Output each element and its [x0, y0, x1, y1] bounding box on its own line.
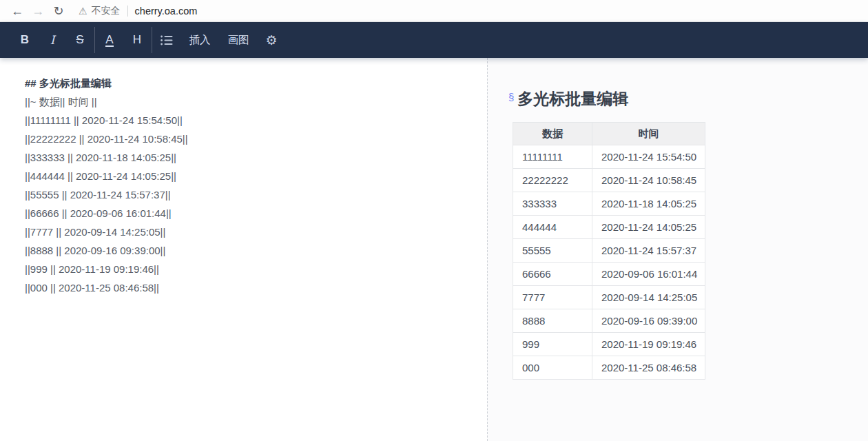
table-cell-data: 66666 [513, 263, 592, 286]
strikethrough-button[interactable]: S [66, 22, 94, 58]
editor-line[interactable]: ||8888 || 2020-09-16 09:39:00|| [25, 241, 487, 260]
table-row: 444444 2020-11-24 14:05:25 [513, 216, 705, 239]
table-header-row: 数据 时间 [513, 123, 705, 145]
strikethrough-label: S [76, 33, 83, 47]
bold-button[interactable]: B [11, 22, 39, 58]
table-cell-time: 2020-11-24 15:54:50 [592, 145, 705, 169]
bold-label: B [21, 33, 29, 47]
header-button[interactable]: H [123, 22, 151, 58]
editor-line[interactable]: ||444444 || 2020-11-24 14:05:25|| [25, 167, 487, 185]
font-color-button[interactable]: A [96, 22, 123, 58]
table-cell-data: 22222222 [513, 169, 592, 192]
editor-line[interactable]: ||~ 数据|| 时间 || [25, 92, 487, 111]
table-cell-data: 55555 [513, 239, 592, 263]
security-label: 不安全 [92, 5, 121, 17]
settings-button[interactable]: ⚙ [258, 22, 285, 58]
preview-table: 数据 时间 11111111 2020-11-24 15:54:50 22222… [513, 122, 705, 380]
table-cell-time: 2020-11-24 10:58:45 [592, 169, 705, 192]
font-color-label: A [105, 34, 113, 47]
table-row: 8888 2020-09-16 09:39:00 [513, 309, 705, 333]
table-header-data: 数据 [513, 123, 592, 145]
table-cell-data: 7777 [513, 286, 592, 309]
italic-button[interactable]: I [39, 22, 66, 58]
insert-label: 插入 [189, 33, 211, 48]
table-header-time: 时间 [592, 123, 705, 145]
editor-line[interactable]: ||7777 || 2020-09-14 14:25:05|| [25, 223, 487, 241]
table-cell-time: 2020-09-16 09:39:00 [592, 309, 705, 333]
table-cell-data: 8888 [513, 309, 592, 333]
italic-label: I [50, 33, 55, 47]
header-label: H [133, 33, 141, 47]
url-field[interactable]: cherry.oa.com [135, 6, 198, 17]
editor-line[interactable]: ||66666 || 2020-09-06 16:01:44|| [25, 204, 487, 223]
table-cell-time: 2020-11-18 14:05:25 [592, 192, 705, 216]
table-cell-data: 11111111 [513, 145, 592, 169]
editor-line[interactable]: ## 多光标批量编辑 [25, 74, 487, 92]
table-row: 999 2020-11-19 09:19:46 [513, 333, 705, 356]
table-row: 22222222 2020-11-24 10:58:45 [513, 169, 705, 192]
table-cell-time: 2020-09-06 16:01:44 [592, 263, 705, 286]
editor-toolbar: B I S A H 插入 画图 ⚙ [0, 22, 868, 58]
list-button[interactable] [153, 22, 180, 58]
table-row: 55555 2020-11-24 15:57:37 [513, 239, 705, 263]
table-cell-time: 2020-11-24 15:57:37 [592, 239, 705, 263]
security-chip[interactable]: ⚠ 不安全 [79, 5, 121, 17]
table-cell-data: 999 [513, 333, 592, 356]
editor-line[interactable]: ||000 || 2020-11-25 08:46:58|| [25, 278, 487, 297]
markdown-preview: § 多光标批量编辑 数据 时间 11111111 2020-11-24 15:5… [487, 58, 868, 441]
table-cell-time: 2020-11-24 14:05:25 [592, 216, 705, 239]
editor-line[interactable]: ||55555 || 2020-11-24 15:57:37|| [25, 185, 487, 204]
table-cell-data: 444444 [513, 216, 592, 239]
insert-button[interactable]: 插入 [180, 22, 219, 58]
address-separator [127, 6, 128, 17]
editor-line[interactable]: ||999 || 2020-11-19 09:19:46|| [25, 260, 487, 278]
list-icon [161, 35, 173, 45]
toolbar-divider [152, 27, 152, 53]
editor-line[interactable]: ||11111111 || 2020-11-24 15:54:50|| [25, 111, 487, 130]
toolbar-divider [94, 27, 95, 53]
browser-address-bar: ← → ↻ ⚠ 不安全 cherry.oa.com [0, 0, 868, 22]
markdown-editor[interactable]: ## 多光标批量编辑 ||~ 数据|| 时间 || ||11111111 || … [0, 58, 487, 441]
forward-icon[interactable]: → [28, 1, 48, 21]
gear-icon: ⚙ [265, 32, 277, 48]
warning-icon: ⚠ [79, 6, 87, 17]
table-cell-time: 2020-09-14 14:25:05 [592, 286, 705, 309]
table-row: 000 2020-11-25 08:46:58 [513, 356, 705, 380]
reload-icon[interactable]: ↻ [48, 1, 69, 21]
preview-heading-text: 多光标批量编辑 [517, 88, 628, 110]
table-row: 11111111 2020-11-24 15:54:50 [513, 145, 705, 169]
table-cell-data: 333333 [513, 192, 592, 216]
table-row: 66666 2020-09-06 16:01:44 [513, 263, 705, 286]
table-row: 333333 2020-11-18 14:05:25 [513, 192, 705, 216]
editor-line[interactable]: ||333333 || 2020-11-18 14:05:25|| [25, 148, 487, 167]
back-icon[interactable]: ← [7, 1, 28, 21]
table-cell-time: 2020-11-25 08:46:58 [592, 356, 705, 380]
draw-label: 画图 [228, 33, 249, 48]
heading-anchor-link[interactable]: § [508, 91, 514, 103]
table-cell-data: 000 [513, 356, 592, 380]
table-row: 7777 2020-09-14 14:25:05 [513, 286, 705, 309]
editor-line[interactable]: ||22222222 || 2020-11-24 10:58:45|| [25, 130, 487, 148]
preview-heading: § 多光标批量编辑 [508, 88, 868, 110]
editor-content-area: ## 多光标批量编辑 ||~ 数据|| 时间 || ||11111111 || … [0, 58, 868, 441]
table-cell-time: 2020-11-19 09:19:46 [592, 333, 705, 356]
draw-button[interactable]: 画图 [219, 22, 258, 58]
